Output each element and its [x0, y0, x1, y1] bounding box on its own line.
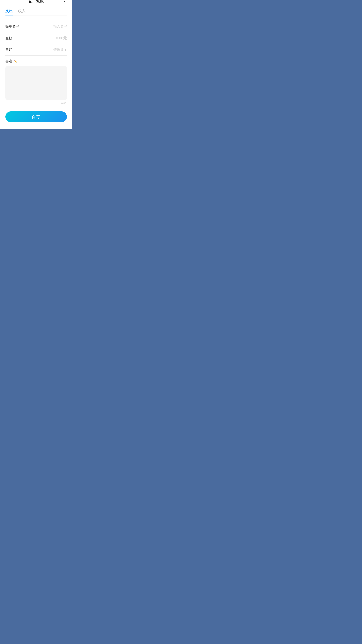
account-name-row: 账单名字 输入名字 — [5, 21, 67, 32]
note-textarea[interactable] — [5, 66, 67, 100]
note-section: 备注 ✏️ 0/60 — [5, 56, 67, 107]
tab-income-label: 收入 — [18, 9, 26, 13]
date-row: 日期 请选择 ▶ — [5, 44, 67, 56]
account-name-label: 账单名字 — [5, 24, 19, 29]
date-label: 日期 — [5, 48, 12, 52]
date-placeholder: 请选择 — [54, 48, 64, 52]
amount-row: 金额 0.00元 — [5, 32, 67, 44]
char-count: 0/60 — [5, 102, 67, 105]
save-button[interactable]: 保存 — [5, 111, 67, 122]
modal-close-button[interactable]: × — [62, 0, 68, 4]
chevron-right-icon: ▶ — [65, 48, 67, 52]
tab-expense[interactable]: 支出 — [5, 8, 13, 15]
note-label: 备注 — [5, 59, 12, 64]
app-background: 流星记账 + 2023年12月 ▼ × 记一笔帐 支出 收入 账单名 — [0, 0, 72, 129]
date-picker[interactable]: 请选择 ▶ — [54, 48, 67, 52]
account-name-input[interactable]: 输入名字 — [54, 24, 67, 29]
modal-overlay: × 记一笔帐 支出 收入 账单名字 输入名字 金额 0.00元 — [0, 0, 72, 129]
amount-input[interactable]: 0.00元 — [56, 36, 67, 41]
edit-icon: ✏️ — [14, 60, 17, 63]
tab-row: 支出 收入 — [5, 8, 67, 16]
note-label-row: 备注 ✏️ — [5, 59, 67, 64]
modal: × 记一笔帐 支出 收入 账单名字 输入名字 金额 0.00元 — [0, 0, 72, 129]
modal-title: 记一笔帐 — [5, 0, 67, 4]
amount-label: 金额 — [5, 36, 12, 40]
tab-income[interactable]: 收入 — [18, 8, 26, 15]
tab-expense-label: 支出 — [5, 9, 13, 13]
